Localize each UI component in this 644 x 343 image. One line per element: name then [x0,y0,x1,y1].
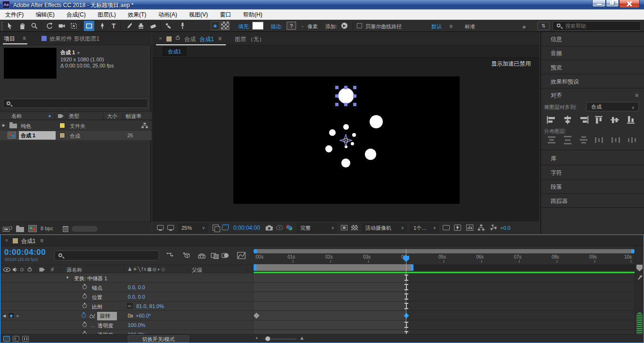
property-row-anchor[interactable]: 锚点 0.0, 0.0 [0,283,253,292]
collapse-triangle-icon[interactable]: ▼ [66,276,69,280]
column-type[interactable]: 类型 [69,113,79,120]
timeline-horizontal-navigator[interactable] [254,249,635,253]
keyframe-diamond-current[interactable] [404,313,409,318]
property-value[interactable]: 81.0, 81.0% [136,303,164,309]
distribute-top-button[interactable] [545,135,558,145]
track-row[interactable] [254,301,635,311]
text-tool[interactable]: T [108,21,119,31]
selection-handle[interactable] [344,86,347,89]
timeline-zoom-slider-thumb[interactable] [265,336,270,341]
workspace-settings-icon[interactable]: ⇅ [537,22,550,30]
zoom-tool[interactable] [29,21,40,31]
comp-mini-flowchart-icon[interactable] [166,252,175,259]
menu-animation[interactable]: 动画(A) [153,9,182,20]
shape-circle[interactable] [343,124,349,130]
menu-composition[interactable]: 合成(C) [61,9,91,20]
property-row-rotation[interactable]: ◀ ◆ ▶ 旋转 0x +60.0° [0,311,253,320]
track-row[interactable] [254,273,635,283]
column-separator[interactable] [123,113,123,119]
playhead-line[interactable] [406,249,406,334]
label-color-swatch[interactable] [59,133,65,138]
comp-panel-label[interactable]: 合成 [184,35,196,43]
column-name[interactable]: 名称 [11,113,22,120]
column-fps[interactable]: 帧速率 [126,113,141,120]
property-value[interactable]: 0.0, 0.0 [128,294,145,300]
distribute-bottom-button[interactable] [577,135,590,145]
expand-transfer-controls-button[interactable] [13,336,19,342]
camera-tool[interactable] [57,21,67,31]
distribute-horizontal-center-button[interactable] [609,135,622,145]
show-snapshot-icon[interactable] [276,225,283,230]
workspace-default[interactable]: 默认 [431,23,442,30]
workspace-overflow[interactable]: » [522,23,526,30]
comp-breadcrumb-button[interactable]: 合成1 [163,47,186,56]
help-search-input[interactable] [565,22,638,30]
horizontal-scrollbar[interactable] [72,226,98,232]
work-area-bar[interactable] [254,264,413,271]
keyframe-diamond[interactable] [254,313,259,318]
selection-handle[interactable] [353,94,356,98]
toggle-switches-modes-button[interactable]: 切换开关/模式 [128,335,189,343]
project-row-solids[interactable]: ▶ 纯色 文件夹 [0,121,151,130]
motion-blur-icon[interactable] [221,252,230,259]
lock-icon[interactable] [28,268,32,271]
menu-effect[interactable]: 效果(T) [123,9,151,20]
interpret-footage-icon[interactable] [3,226,12,232]
shape-circle[interactable] [352,133,356,137]
panel-tracker[interactable]: 跟踪器 [541,194,644,208]
add-label[interactable]: 添加: [325,23,337,30]
panel-character[interactable]: 字符 [541,166,644,180]
align-top-button[interactable] [593,115,606,125]
previous-keyframe-icon[interactable]: ◀ [3,314,6,318]
align-to-dropdown[interactable]: 合成 ∨ [586,102,639,111]
tab-close-icon[interactable]: × [5,237,8,243]
tab-close-icon[interactable]: × [159,35,162,41]
timeline-search-input[interactable] [68,251,155,259]
label-color-swatch[interactable] [59,123,65,128]
track-row-rotation[interactable] [254,311,635,320]
stroke-color-swatch[interactable]: ? [287,22,296,30]
shape-circle[interactable] [329,129,336,136]
item-name[interactable]: 纯色 [21,123,31,130]
align-panel-menu-icon[interactable]: ≡ [635,89,638,102]
delete-icon[interactable] [62,225,69,232]
property-value[interactable]: +60.0° [136,313,151,318]
timeline-search-box[interactable] [54,251,159,260]
selection-handle[interactable] [335,94,339,98]
expand-layer-switches-button[interactable] [3,336,10,342]
selection-handle[interactable] [353,103,356,106]
panel-info[interactable]: 信息 [541,32,644,47]
selected-item-name[interactable]: 合成 1 [19,131,56,140]
puppet-pin-tool[interactable] [177,21,188,31]
panel-libraries[interactable]: 库 [541,150,644,166]
camera-dropdown[interactable]: 活动摄像机 ∨ [362,223,407,233]
panel-align[interactable]: 对齐 ≡ [541,89,644,102]
distribute-right-button[interactable] [625,135,638,145]
column-separator[interactable] [103,113,103,119]
shape-circle[interactable] [370,115,383,128]
rectangle-tool[interactable] [84,21,94,31]
transparency-grid-icon[interactable] [351,225,358,230]
panel-effects-presets[interactable]: 效果和预设 [541,75,644,89]
lock-icon[interactable] [176,37,180,40]
shape-circle[interactable] [325,145,332,152]
project-row-comp[interactable]: 合成 1 合成 25 [0,131,151,140]
align-right-button[interactable] [577,115,590,125]
tab-project[interactable]: 项目 [4,35,15,43]
choose-grid-icon[interactable] [213,225,219,231]
anchor-point-icon[interactable] [339,134,352,147]
flowchart-icon[interactable] [141,123,148,128]
transparency-swatch[interactable] [221,21,230,30]
clone-stamp-tool[interactable] [136,21,146,31]
viewer-timecode[interactable]: 0:00:04:00 [233,225,260,231]
current-timecode[interactable]: 0:00:04:00 [4,248,46,257]
stopwatch-icon[interactable] [83,285,87,289]
always-preview-icon[interactable] [157,225,164,230]
mask-visibility-icon[interactable] [222,225,229,230]
stopwatch-icon[interactable] [83,323,87,327]
menu-view[interactable]: 视图(V) [184,9,213,20]
track-row[interactable] [254,330,635,334]
property-label[interactable]: 比例 [92,303,102,310]
menu-layer[interactable]: 图层(L) [92,9,121,20]
align-left-button[interactable] [545,115,558,125]
